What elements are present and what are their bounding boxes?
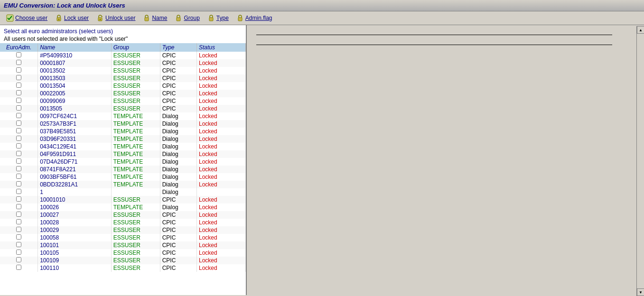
status-cell: Locked xyxy=(196,90,245,97)
type-cell: CPIC xyxy=(160,59,196,67)
euroadm-checkbox[interactable] xyxy=(16,181,21,186)
euroadm-checkbox[interactable] xyxy=(16,90,21,95)
euroadm-checkbox[interactable] xyxy=(16,75,21,80)
table-row: 08741F8A221TEMPLATEDialogLocked xyxy=(0,166,246,173)
choose-user-button[interactable]: Choose user xyxy=(3,13,51,23)
euroadm-checkbox[interactable] xyxy=(16,128,21,133)
group-cell: ESSUSER xyxy=(111,249,160,257)
status-cell: Locked xyxy=(196,166,245,173)
scroll-track[interactable] xyxy=(637,34,644,288)
type-button[interactable]: Type xyxy=(204,13,232,23)
euroadm-cell[interactable] xyxy=(0,74,38,82)
group-cell: ESSUSER xyxy=(111,241,160,249)
euroadm-cell[interactable] xyxy=(0,173,38,181)
admin-flag-label: Admin.flag xyxy=(245,15,272,21)
euroadm-checkbox[interactable] xyxy=(16,212,21,217)
euroadm-checkbox[interactable] xyxy=(16,158,21,164)
euroadm-cell[interactable] xyxy=(0,90,38,97)
euroadm-checkbox[interactable] xyxy=(16,219,21,224)
group-cell: TEMPLATE xyxy=(111,135,160,143)
unlock-user-button[interactable]: Unlock user xyxy=(93,13,139,23)
svg-rect-6 xyxy=(145,18,149,21)
name-cell: 037B49E5851 xyxy=(38,128,112,135)
group-cell: ESSUSER xyxy=(111,219,160,226)
admin-flag-button[interactable]: Admin.flag xyxy=(233,13,276,23)
euroadm-cell[interactable] xyxy=(0,188,38,196)
euroadm-cell[interactable] xyxy=(0,112,38,120)
euroadm-cell[interactable] xyxy=(0,211,38,219)
table-container[interactable]: EuroAdm. Name Group Type Status #P540993… xyxy=(0,43,246,295)
group-cell: ESSUSER xyxy=(111,264,160,272)
scroll-down-button[interactable]: ▼ xyxy=(637,288,644,295)
euroadm-checkbox[interactable] xyxy=(16,174,21,179)
euroadm-cell[interactable] xyxy=(0,181,38,188)
type-cell: CPIC xyxy=(160,234,196,241)
euroadm-cell[interactable] xyxy=(0,97,38,105)
euroadm-checkbox[interactable] xyxy=(16,98,21,103)
euroadm-checkbox[interactable] xyxy=(16,151,21,156)
euroadm-cell[interactable] xyxy=(0,166,38,173)
euroadm-cell[interactable] xyxy=(0,219,38,226)
euroadm-cell[interactable] xyxy=(0,150,38,158)
euroadm-checkbox[interactable] xyxy=(16,204,21,209)
type-cell: CPIC xyxy=(160,105,196,112)
euroadm-checkbox[interactable] xyxy=(16,189,21,194)
euroadm-cell[interactable] xyxy=(0,143,38,150)
euroadm-cell[interactable] xyxy=(0,241,38,249)
name-cell: 1 xyxy=(38,188,112,196)
euroadm-cell[interactable] xyxy=(0,82,38,90)
table-row: 0097CF624C1TEMPLATEDialogLocked xyxy=(0,112,246,120)
name-cell: 0013505 xyxy=(38,105,112,112)
info-section: Select all euro administrators (select u… xyxy=(0,25,246,43)
euroadm-cell[interactable] xyxy=(0,204,38,211)
table-body: #P54099310ESSUSERCPICLocked00001807ESSUS… xyxy=(0,52,246,272)
status-cell: Locked xyxy=(196,67,245,74)
euroadm-cell[interactable] xyxy=(0,67,38,74)
euroadm-cell[interactable] xyxy=(0,196,38,204)
lock-user-button[interactable]: Lock user xyxy=(52,13,92,23)
euroadm-checkbox[interactable] xyxy=(16,242,21,247)
euroadm-cell[interactable] xyxy=(0,226,38,234)
euroadm-checkbox[interactable] xyxy=(16,113,21,118)
group-button[interactable]: Group xyxy=(171,13,203,23)
euroadm-cell[interactable] xyxy=(0,52,38,59)
euroadm-checkbox[interactable] xyxy=(16,120,21,126)
euroadm-cell[interactable] xyxy=(0,120,38,128)
table-row: 07D4A26DF71TEMPLATEDialogLocked xyxy=(0,158,246,166)
euroadm-checkbox[interactable] xyxy=(16,234,21,240)
euroadm-cell[interactable] xyxy=(0,128,38,135)
table-row: 00013504ESSUSERCPICLocked xyxy=(0,82,246,90)
page-scrollbar[interactable]: ▲ ▼ xyxy=(636,26,644,295)
euroadm-checkbox[interactable] xyxy=(16,196,21,202)
name-button[interactable]: Name xyxy=(140,13,170,23)
euroadm-cell[interactable] xyxy=(0,249,38,257)
euroadm-checkbox[interactable] xyxy=(16,60,21,65)
euroadm-checkbox[interactable] xyxy=(16,136,21,141)
group-header: Group xyxy=(111,43,160,52)
euroadm-cell[interactable] xyxy=(0,257,38,264)
group-cell: TEMPLATE xyxy=(111,143,160,150)
main-content: Select all euro administrators (select u… xyxy=(0,25,644,295)
euroadm-cell[interactable] xyxy=(0,234,38,241)
euroadm-checkbox[interactable] xyxy=(16,166,21,171)
euroadm-checkbox[interactable] xyxy=(16,143,21,148)
euroadm-checkbox[interactable] xyxy=(16,52,21,57)
euroadm-cell[interactable] xyxy=(0,105,38,112)
euroadm-checkbox[interactable] xyxy=(16,67,21,73)
euroadm-cell[interactable] xyxy=(0,158,38,166)
euroadm-cell[interactable] xyxy=(0,135,38,143)
name-cell: 00001807 xyxy=(38,59,112,67)
group-cell: ESSUSER xyxy=(111,90,160,97)
euroadm-cell[interactable] xyxy=(0,264,38,272)
toolbar: Choose user Lock user Unlock user xyxy=(0,11,644,25)
euroadm-checkbox[interactable] xyxy=(16,265,21,270)
type-cell: Dialog xyxy=(160,204,196,211)
euroadm-checkbox[interactable] xyxy=(16,257,21,262)
scroll-up-button[interactable]: ▲ xyxy=(637,26,644,34)
name-cell: 100109 xyxy=(38,257,112,264)
euroadm-checkbox[interactable] xyxy=(16,250,21,255)
euroadm-checkbox[interactable] xyxy=(16,227,21,232)
euroadm-checkbox[interactable] xyxy=(16,105,21,111)
euroadm-checkbox[interactable] xyxy=(16,83,21,88)
euroadm-cell[interactable] xyxy=(0,59,38,67)
